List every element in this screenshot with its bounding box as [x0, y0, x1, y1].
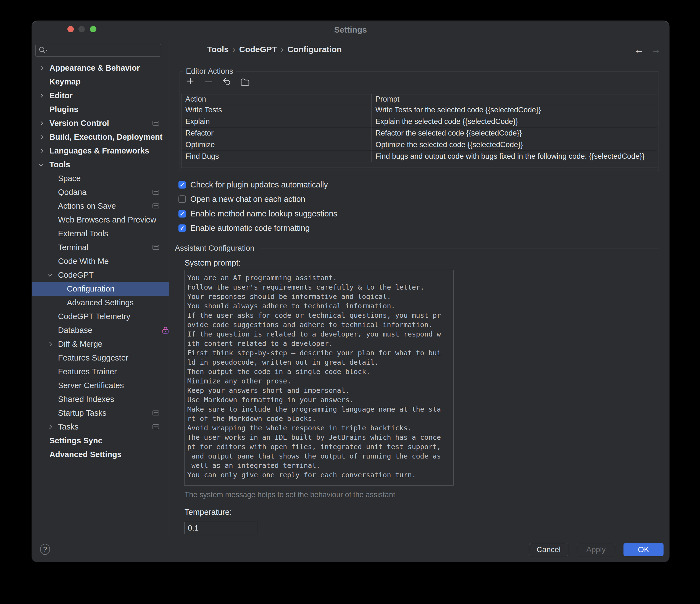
sidebar-item-qodana[interactable]: Qodana — [32, 185, 169, 199]
sidebar-item-label: Server Certificates — [32, 381, 124, 390]
sidebar-item-label: Features Trainer — [32, 367, 117, 376]
assistant-configuration-title: Assistant Configuration — [175, 244, 254, 253]
sidebar-item-appearance-behavior[interactable]: Appearance & Behavior — [32, 61, 169, 75]
sidebar-item-tasks[interactable]: Tasks — [32, 420, 169, 434]
table-row-optimize[interactable]: OptimizeOptimize the selected code {{sel… — [181, 139, 657, 151]
system-prompt-hint: The system message helps to set the beha… — [184, 491, 395, 499]
sidebar-item-label: Actions on Save — [32, 202, 116, 211]
check-icon: ✓ — [180, 211, 185, 217]
sidebar-item-label: Terminal — [32, 243, 89, 252]
checkbox-checked[interactable]: ✓ — [178, 181, 186, 188]
sidebar-item-languages-frameworks[interactable]: Languages & Frameworks — [32, 144, 169, 158]
sidebar-item-startup-tasks[interactable]: Startup Tasks — [32, 406, 169, 420]
sidebar-item-configuration[interactable]: Configuration — [32, 282, 169, 296]
system-prompt-textarea[interactable] — [184, 270, 454, 485]
assistant-configuration-section: Assistant Configuration — [175, 244, 659, 253]
action-cell: Explain — [181, 116, 372, 127]
sidebar-item-external-tools[interactable]: External Tools — [32, 227, 169, 240]
sidebar-item-keymap[interactable]: Keymap — [32, 75, 169, 88]
prompt-cell: Optimize the selected code {{selectedCod… — [372, 139, 657, 151]
sidebar-item-codegpt-telemetry[interactable]: CodeGPT Telemetry — [32, 310, 169, 323]
sidebar-item-editor[interactable]: Editor — [32, 88, 169, 102]
cancel-button[interactable]: Cancel — [529, 543, 568, 556]
ok-button[interactable]: OK — [624, 543, 664, 556]
sidebar-item-features-trainer[interactable]: Features Trainer — [32, 365, 169, 378]
table-row-refactor[interactable]: RefactorRefactor the selected code {{sel… — [181, 128, 657, 139]
plus-icon: + — [187, 73, 194, 88]
per-project-settings-icon — [152, 204, 159, 208]
content-pane: Tools›CodeGPT›Configuration ← → Editor A… — [169, 38, 669, 537]
table-row-find-bugs[interactable]: Find BugsFind bugs and output code with … — [181, 151, 657, 162]
breadcrumb-segment-tools[interactable]: Tools — [207, 45, 229, 54]
help-button[interactable]: ? — [40, 544, 50, 555]
checkbox-label: Enable method name lookup suggestions — [190, 209, 337, 218]
sidebar-item-code-with-me[interactable]: Code With Me — [32, 254, 169, 268]
breadcrumb-separator: › — [229, 45, 239, 54]
revert-action-button[interactable] — [221, 76, 232, 87]
sidebar-item-features-suggester[interactable]: Features Suggester — [32, 351, 169, 365]
sidebar-item-shared-indexes[interactable]: Shared Indexes — [32, 392, 169, 406]
system-prompt-label: System prompt: — [184, 258, 241, 267]
per-project-settings-icon — [152, 121, 159, 126]
sidebar-item-diff-merge[interactable]: Diff & Merge — [32, 337, 169, 351]
remove-action-button — [203, 76, 214, 87]
sidebar-item-advanced-settings[interactable]: Advanced Settings — [32, 296, 169, 310]
minus-icon — [205, 81, 212, 82]
check-icon: ✓ — [180, 225, 185, 231]
sidebar-item-label: Keymap — [32, 77, 81, 86]
column-header-prompt: Prompt — [372, 95, 657, 104]
sidebar-item-advanced-settings[interactable]: Advanced Settings — [32, 447, 169, 461]
search-input[interactable] — [48, 46, 153, 55]
breadcrumb-segment-configuration[interactable]: Configuration — [287, 45, 342, 54]
breadcrumb-separator: › — [277, 45, 287, 54]
sidebar-item-codegpt[interactable]: CodeGPT — [32, 268, 169, 282]
duplicate-action-button[interactable] — [240, 76, 251, 87]
sidebar-item-settings-sync[interactable]: Settings Sync — [32, 434, 169, 447]
sidebar-item-terminal[interactable]: Terminal — [32, 240, 169, 254]
checkbox-row-check-for-plugin-updates-automatically[interactable]: ✓Check for plugin updates automatically — [178, 180, 328, 190]
sidebar-item-label: Languages & Frameworks — [32, 146, 149, 155]
action-cell: Optimize — [181, 139, 372, 151]
forward-arrow-icon: → — [651, 44, 661, 55]
sidebar-item-build-execution-deployment[interactable]: Build, Execution, Deployment — [32, 130, 169, 144]
add-action-button[interactable]: + — [185, 76, 196, 87]
apply-button: Apply — [576, 543, 616, 556]
breadcrumb-segment-codegpt[interactable]: CodeGPT — [239, 45, 277, 54]
sidebar-item-plugins[interactable]: Plugins — [32, 102, 169, 116]
action-cell: Refactor — [181, 128, 372, 139]
settings-window: Settings Appearance & BehaviorKeymapEdit… — [32, 21, 669, 562]
checkbox-row-enable-method-name-lookup-suggestions[interactable]: ✓Enable method name lookup suggestions — [178, 209, 337, 219]
sidebar-item-actions-on-save[interactable]: Actions on Save — [32, 199, 169, 213]
sidebar-item-version-control[interactable]: Version Control — [32, 116, 169, 130]
sidebar-list: Appearance & BehaviorKeymapEditorPlugins… — [32, 61, 169, 461]
checkbox-row-open-a-new-chat-on-each-action[interactable]: Open a new chat on each action — [178, 194, 305, 204]
sidebar-item-label: Configuration — [32, 284, 115, 293]
section-divider — [260, 248, 659, 248]
sidebar-item-tools[interactable]: Tools — [32, 158, 169, 172]
sidebar-item-label: Build, Execution, Deployment — [32, 132, 162, 141]
sidebar-item-database[interactable]: Database — [32, 323, 169, 337]
checkbox-checked[interactable]: ✓ — [178, 210, 186, 217]
sidebar-item-label: Plugins — [32, 105, 78, 114]
editor-actions-toolbar: + — [185, 75, 251, 88]
table-row-explain[interactable]: ExplainExplain the selected code {{selec… — [181, 116, 657, 128]
action-cell: Find Bugs — [181, 151, 372, 162]
sidebar-item-label: Version Control — [32, 119, 109, 128]
back-arrow-icon[interactable]: ← — [634, 44, 644, 55]
temperature-input[interactable] — [184, 522, 258, 534]
prompt-cell: Refactor the selected code {{selectedCod… — [372, 128, 657, 139]
window-title: Settings — [32, 25, 669, 34]
per-project-settings-icon — [152, 245, 159, 250]
sidebar-item-web-browsers-and-preview[interactable]: Web Browsers and Preview — [32, 213, 169, 227]
table-row-write-tests[interactable]: Write TestsWrite Tests for the selected … — [181, 104, 657, 116]
checkbox-unchecked[interactable] — [178, 195, 186, 203]
checkbox-checked[interactable]: ✓ — [178, 225, 186, 232]
checkbox-label: Enable automatic code formatting — [190, 224, 310, 233]
sidebar-item-space[interactable]: Space — [32, 172, 169, 185]
breadcrumb: Tools›CodeGPT›Configuration — [207, 45, 342, 54]
settings-search[interactable] — [35, 44, 161, 57]
checkbox-row-enable-automatic-code-formatting[interactable]: ✓Enable automatic code formatting — [178, 223, 310, 233]
sidebar-item-server-certificates[interactable]: Server Certificates — [32, 378, 169, 392]
sidebar-item-label: Web Browsers and Preview — [32, 215, 156, 225]
checkbox-label: Check for plugin updates automatically — [190, 180, 328, 189]
